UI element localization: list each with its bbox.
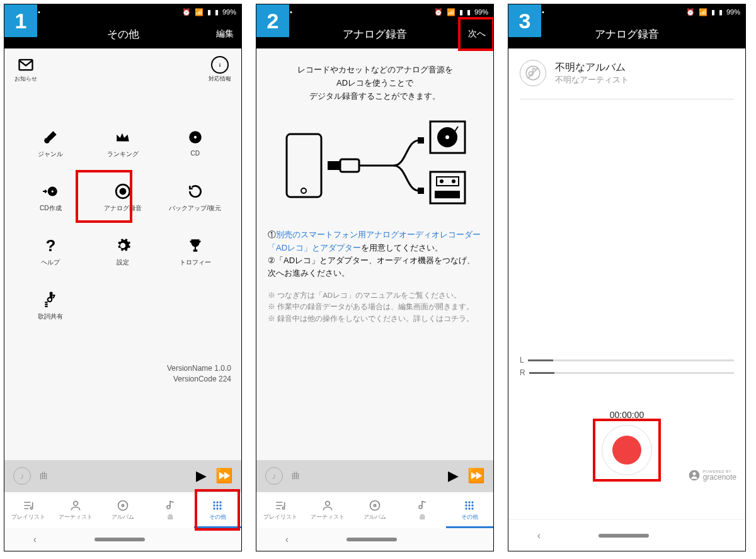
nav-playlist[interactable]: プレイリスト: [4, 492, 52, 528]
screen2-content: レコードやカセットなどのアナログ音源を ADレコを使うことで デジタル録音するこ…: [256, 48, 493, 460]
play-button[interactable]: ▶: [196, 468, 207, 484]
back-button[interactable]: ‹: [537, 530, 541, 541]
nav-artist[interactable]: アーティスト: [52, 492, 99, 528]
nav-artist[interactable]: アーティスト: [304, 492, 351, 528]
fast-forward-button[interactable]: ⏩: [215, 468, 232, 484]
grid-item-settings[interactable]: 設定: [87, 237, 159, 267]
home-pill[interactable]: [346, 538, 397, 541]
meter-r-label: R: [520, 368, 525, 377]
grid-item-genre[interactable]: ジャンル: [14, 128, 87, 159]
home-pill[interactable]: [598, 534, 649, 538]
play-button[interactable]: ▶: [448, 468, 459, 484]
notes: ※ つなぎ方は「ADレコ」のマニュアルをご覧ください。 ※ 作業中の録音データが…: [268, 290, 482, 324]
svg-point-41: [469, 504, 471, 506]
gracenote-icon: [688, 469, 701, 482]
svg-point-32: [452, 179, 455, 183]
nav-song[interactable]: 曲: [399, 492, 446, 528]
phone-screen-2: 2 ⚙ ▯☁• ⏰📶▮▮ 99% アナログ録音 次へ レコードやカセットなどのア…: [256, 4, 494, 551]
signal-icon: ▮: [207, 8, 211, 16]
battery-text: 99%: [222, 8, 236, 16]
svg-point-39: [472, 501, 474, 503]
nav-playlist[interactable]: プレイリスト: [256, 492, 304, 528]
guitar-icon: [42, 128, 59, 146]
artist-name: 不明なアーティスト: [555, 74, 629, 86]
svg-point-1: [45, 138, 50, 144]
svg-point-21: [301, 188, 306, 193]
status-bar: ▯ ☁ ◔ • ⏰ 📶 ▮ ▮ 99%: [4, 4, 241, 20]
version-info: VersionName 1.0.0 VersionCode 224: [167, 363, 231, 385]
system-nav: ‹: [508, 519, 745, 551]
grid-item-cd[interactable]: CD: [159, 128, 231, 159]
mini-player[interactable]: ♪ 曲 ▶ ⏩: [256, 460, 493, 492]
fast-forward-button[interactable]: ⏩: [467, 468, 484, 484]
phone-screen-3: 3 ⚙▯☁• ⏰📶▮▮ 99% アナログ録音 不明なアルバム 不明なアーティスト…: [508, 4, 746, 551]
connection-diagram: [268, 115, 482, 210]
bottom-nav: プレイリスト アーティスト アルバム 曲 その他: [256, 492, 493, 528]
mail-icon: [17, 56, 35, 74]
back-button[interactable]: ‹: [285, 534, 289, 545]
album-title: 不明なアルバム: [555, 61, 629, 74]
svg-point-5: [52, 190, 54, 192]
svg-point-15: [217, 504, 219, 506]
grid-dots-icon: [211, 499, 224, 512]
svg-point-18: [217, 507, 219, 509]
screen3-content: 不明なアルバム 不明なアーティスト L R 00:00:00 POWERED B…: [508, 48, 745, 519]
grid-item-backup[interactable]: バックアップ/復元: [159, 183, 231, 213]
track-label: 曲: [40, 470, 48, 482]
nav-other[interactable]: その他: [446, 492, 493, 528]
alarm-icon: ⏰: [182, 8, 191, 16]
home-pill[interactable]: [94, 538, 145, 541]
svg-point-49: [692, 472, 696, 475]
back-button[interactable]: ‹: [33, 534, 37, 545]
svg-rect-25: [418, 188, 424, 194]
gracenote-badge: POWERED BY gracenote: [688, 469, 736, 482]
mini-player[interactable]: ♪ 曲 ▶ ⏩: [4, 460, 241, 492]
svg-point-31: [440, 179, 444, 183]
svg-rect-24: [418, 137, 424, 144]
svg-rect-20: [287, 134, 321, 197]
svg-point-14: [214, 504, 215, 506]
wifi-icon: 📶: [195, 8, 203, 16]
grid-item-analog-record[interactable]: アナログ録音: [87, 183, 159, 213]
grid-item-help[interactable]: ? ヘルプ: [14, 237, 87, 267]
svg-point-3: [193, 136, 196, 138]
grid-item-cd-create[interactable]: CD作成: [14, 183, 87, 213]
grid-item-lyrics-share[interactable]: 歌詞共有: [14, 291, 87, 321]
status-bar: ⚙ ▯☁• ⏰📶▮▮ 99%: [256, 4, 493, 20]
artist-icon: [69, 499, 82, 512]
step-badge-1: 1: [4, 4, 37, 37]
system-nav: ‹: [4, 528, 241, 551]
svg-point-11: [214, 501, 215, 503]
svg-point-42: [472, 504, 474, 506]
info-icon: i: [211, 56, 229, 74]
svg-point-34: [325, 501, 329, 505]
nav-song[interactable]: 曲: [147, 492, 194, 528]
record-button[interactable]: [602, 425, 652, 475]
record-dot-icon: [612, 436, 641, 465]
app-bar: アナログ録音 次へ: [256, 20, 493, 48]
grid-item-ranking[interactable]: ランキング: [87, 128, 159, 159]
album-art-placeholder-icon: [520, 60, 546, 86]
svg-rect-33: [435, 191, 460, 198]
dot-icon: •: [38, 8, 40, 16]
notice-button[interactable]: お知らせ: [14, 56, 37, 83]
svg-point-12: [217, 501, 219, 503]
page-title: アナログ録音: [595, 27, 659, 42]
grid-item-trophy[interactable]: トロフィー: [159, 237, 231, 267]
nav-album[interactable]: アルバム: [351, 492, 398, 528]
edit-button[interactable]: 編集: [216, 28, 234, 40]
svg-rect-23: [340, 159, 359, 172]
info-button[interactable]: i 対応情報: [209, 56, 231, 83]
svg-point-17: [214, 507, 215, 509]
gear-icon: [114, 237, 132, 254]
details-link[interactable]: コチラ: [444, 315, 466, 322]
svg-point-9: [118, 501, 128, 511]
screen1-content: お知らせ i 対応情報 ジャンル ランキング CD CD作成: [4, 48, 241, 460]
song-icon: [164, 499, 176, 512]
svg-point-7: [120, 188, 127, 195]
step-badge-2: 2: [256, 4, 289, 37]
next-button[interactable]: 次へ: [468, 28, 486, 40]
nav-other[interactable]: その他: [194, 492, 241, 528]
svg-rect-22: [328, 161, 340, 170]
nav-album[interactable]: アルバム: [99, 492, 146, 528]
